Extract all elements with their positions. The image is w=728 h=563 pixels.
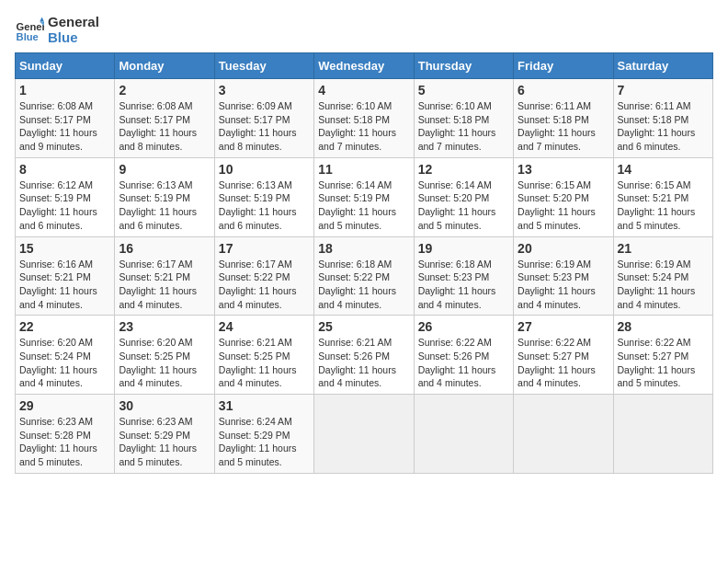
day-info: Sunrise: 6:11 AM Sunset: 5:18 PM Dayligh… <box>518 99 609 154</box>
daylight-label: Daylight: 11 hours and 6 minutes. <box>618 127 696 152</box>
sunset-label: Sunset: 5:22 PM <box>318 271 390 282</box>
day-info: Sunrise: 6:17 AM Sunset: 5:22 PM Dayligh… <box>219 258 310 312</box>
day-info: Sunrise: 6:19 AM Sunset: 5:23 PM Dayligh… <box>518 258 609 312</box>
day-number: 24 <box>219 319 310 334</box>
sunset-label: Sunset: 5:17 PM <box>119 114 190 125</box>
sunset-label: Sunset: 5:18 PM <box>318 114 390 125</box>
logo-blue: Blue <box>48 30 99 46</box>
day-number: 9 <box>119 162 210 177</box>
day-number: 13 <box>518 162 609 177</box>
sunset-label: Sunset: 5:27 PM <box>618 350 689 362</box>
calendar-cell: 30 Sunrise: 6:23 AM Sunset: 5:29 PM Dayl… <box>115 395 214 474</box>
daylight-label: Daylight: 11 hours and 4 minutes. <box>518 285 596 310</box>
sunrise-label: Sunrise: 6:18 AM <box>318 259 392 270</box>
calendar-table: SundayMondayTuesdayWednesdayThursdayFrid… <box>15 52 713 474</box>
sunrise-label: Sunrise: 6:13 AM <box>219 179 292 190</box>
daylight-label: Daylight: 11 hours and 9 minutes. <box>19 127 97 152</box>
sunrise-label: Sunrise: 6:17 AM <box>219 259 292 270</box>
daylight-label: Daylight: 11 hours and 7 minutes. <box>418 127 496 152</box>
daylight-label: Daylight: 11 hours and 5 minutes. <box>119 442 197 467</box>
day-number: 18 <box>318 241 409 256</box>
day-number: 21 <box>618 241 709 256</box>
calendar-cell: 7 Sunrise: 6:11 AM Sunset: 5:18 PM Dayli… <box>613 79 712 158</box>
day-info: Sunrise: 6:20 AM Sunset: 5:25 PM Dayligh… <box>119 336 210 390</box>
calendar-cell: 25 Sunrise: 6:21 AM Sunset: 5:26 PM Dayl… <box>314 316 414 395</box>
sunrise-label: Sunrise: 6:09 AM <box>219 100 292 111</box>
calendar-cell <box>613 395 712 474</box>
day-info: Sunrise: 6:10 AM Sunset: 5:18 PM Dayligh… <box>318 99 409 154</box>
day-info: Sunrise: 6:24 AM Sunset: 5:29 PM Dayligh… <box>219 415 310 469</box>
day-number: 25 <box>318 319 409 334</box>
daylight-label: Daylight: 11 hours and 5 minutes. <box>418 206 496 231</box>
sunrise-label: Sunrise: 6:22 AM <box>618 337 691 348</box>
sunset-label: Sunset: 5:19 PM <box>119 192 190 203</box>
sunrise-label: Sunrise: 6:18 AM <box>418 259 492 270</box>
day-info: Sunrise: 6:15 AM Sunset: 5:20 PM Dayligh… <box>518 178 609 233</box>
calendar-cell <box>414 395 513 474</box>
sunrise-label: Sunrise: 6:14 AM <box>318 179 392 190</box>
calendar-cell: 3 Sunrise: 6:09 AM Sunset: 5:17 PM Dayli… <box>214 79 313 158</box>
calendar-cell: 6 Sunrise: 6:11 AM Sunset: 5:18 PM Dayli… <box>514 79 613 158</box>
sunrise-label: Sunrise: 6:22 AM <box>518 337 591 348</box>
day-number: 17 <box>219 241 310 256</box>
day-info: Sunrise: 6:17 AM Sunset: 5:21 PM Dayligh… <box>119 258 210 312</box>
calendar-cell: 29 Sunrise: 6:23 AM Sunset: 5:28 PM Dayl… <box>16 395 115 474</box>
day-info: Sunrise: 6:22 AM Sunset: 5:27 PM Dayligh… <box>518 336 609 390</box>
sunrise-label: Sunrise: 6:08 AM <box>119 100 192 111</box>
day-number: 4 <box>318 83 409 98</box>
logo-icon: General Blue <box>15 16 44 45</box>
sunset-label: Sunset: 5:26 PM <box>318 350 390 362</box>
daylight-label: Daylight: 11 hours and 4 minutes. <box>219 285 297 310</box>
daylight-label: Daylight: 11 hours and 4 minutes. <box>418 285 496 310</box>
sunset-label: Sunset: 5:24 PM <box>19 350 91 362</box>
day-header-thursday: Thursday <box>414 53 513 79</box>
day-number: 19 <box>418 241 509 256</box>
day-number: 15 <box>19 241 110 256</box>
calendar-cell: 23 Sunrise: 6:20 AM Sunset: 5:25 PM Dayl… <box>115 316 214 395</box>
sunrise-label: Sunrise: 6:22 AM <box>418 337 492 348</box>
sunrise-label: Sunrise: 6:21 AM <box>219 337 292 348</box>
sunrise-label: Sunrise: 6:14 AM <box>418 179 492 190</box>
day-info: Sunrise: 6:22 AM Sunset: 5:26 PM Dayligh… <box>418 336 509 390</box>
day-header-saturday: Saturday <box>613 53 712 79</box>
sunrise-label: Sunrise: 6:17 AM <box>119 259 192 270</box>
svg-text:Blue: Blue <box>17 31 39 42</box>
sunset-label: Sunset: 5:29 PM <box>119 430 190 441</box>
day-info: Sunrise: 6:23 AM Sunset: 5:28 PM Dayligh… <box>19 415 110 469</box>
sunset-label: Sunset: 5:17 PM <box>219 114 290 125</box>
sunset-label: Sunset: 5:20 PM <box>518 192 589 203</box>
daylight-label: Daylight: 11 hours and 6 minutes. <box>19 206 97 231</box>
calendar-cell: 5 Sunrise: 6:10 AM Sunset: 5:18 PM Dayli… <box>414 79 513 158</box>
week-row-1: 1 Sunrise: 6:08 AM Sunset: 5:17 PM Dayli… <box>16 79 713 158</box>
sunset-label: Sunset: 5:25 PM <box>119 350 190 362</box>
week-row-3: 15 Sunrise: 6:16 AM Sunset: 5:21 PM Dayl… <box>16 236 713 316</box>
sunrise-label: Sunrise: 6:16 AM <box>19 259 93 270</box>
calendar-cell: 31 Sunrise: 6:24 AM Sunset: 5:29 PM Dayl… <box>214 395 313 474</box>
day-header-tuesday: Tuesday <box>214 53 313 79</box>
calendar-cell: 13 Sunrise: 6:15 AM Sunset: 5:20 PM Dayl… <box>514 157 613 236</box>
calendar-cell: 24 Sunrise: 6:21 AM Sunset: 5:25 PM Dayl… <box>214 316 313 395</box>
sunset-label: Sunset: 5:26 PM <box>418 350 490 362</box>
day-info: Sunrise: 6:19 AM Sunset: 5:24 PM Dayligh… <box>618 258 709 312</box>
calendar-cell: 19 Sunrise: 6:18 AM Sunset: 5:23 PM Dayl… <box>414 236 513 316</box>
daylight-label: Daylight: 11 hours and 7 minutes. <box>518 127 596 152</box>
daylight-label: Daylight: 11 hours and 4 minutes. <box>119 364 197 389</box>
sunset-label: Sunset: 5:24 PM <box>618 271 689 282</box>
day-number: 11 <box>318 162 409 177</box>
day-number: 1 <box>19 83 110 98</box>
day-header-monday: Monday <box>115 53 214 79</box>
sunrise-label: Sunrise: 6:23 AM <box>119 416 192 427</box>
daylight-label: Daylight: 11 hours and 4 minutes. <box>119 285 197 310</box>
day-info: Sunrise: 6:09 AM Sunset: 5:17 PM Dayligh… <box>219 99 310 154</box>
day-number: 23 <box>119 319 210 334</box>
week-row-5: 29 Sunrise: 6:23 AM Sunset: 5:28 PM Dayl… <box>16 395 713 474</box>
calendar-cell: 8 Sunrise: 6:12 AM Sunset: 5:19 PM Dayli… <box>16 157 115 236</box>
day-info: Sunrise: 6:20 AM Sunset: 5:24 PM Dayligh… <box>19 336 110 390</box>
week-row-4: 22 Sunrise: 6:20 AM Sunset: 5:24 PM Dayl… <box>16 316 713 395</box>
sunrise-label: Sunrise: 6:10 AM <box>418 100 492 111</box>
day-number: 6 <box>518 83 609 98</box>
day-number: 7 <box>618 83 709 98</box>
day-number: 28 <box>618 319 709 334</box>
daylight-label: Daylight: 11 hours and 5 minutes. <box>618 206 696 231</box>
day-number: 22 <box>19 319 110 334</box>
